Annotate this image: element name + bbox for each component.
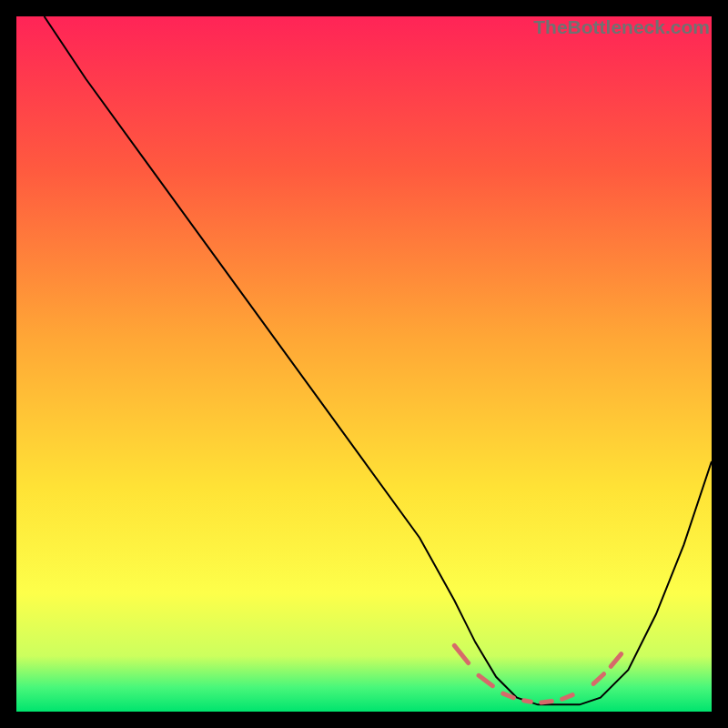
svg-line-2	[479, 675, 492, 685]
plot-area: TheBottleneck.com	[16, 16, 712, 712]
watermark-text: TheBottleneck.com	[533, 16, 710, 38]
highlight-dashes	[454, 645, 621, 703]
svg-line-6	[562, 695, 572, 700]
bottleneck-curve	[45, 16, 712, 704]
svg-line-3	[503, 693, 513, 698]
svg-line-1	[454, 645, 468, 662]
svg-line-4	[524, 701, 531, 703]
svg-line-5	[541, 702, 551, 703]
svg-line-8	[611, 654, 621, 667]
svg-line-7	[593, 674, 603, 684]
curve-layer	[16, 16, 712, 712]
chart-frame: TheBottleneck.com	[0, 0, 728, 728]
